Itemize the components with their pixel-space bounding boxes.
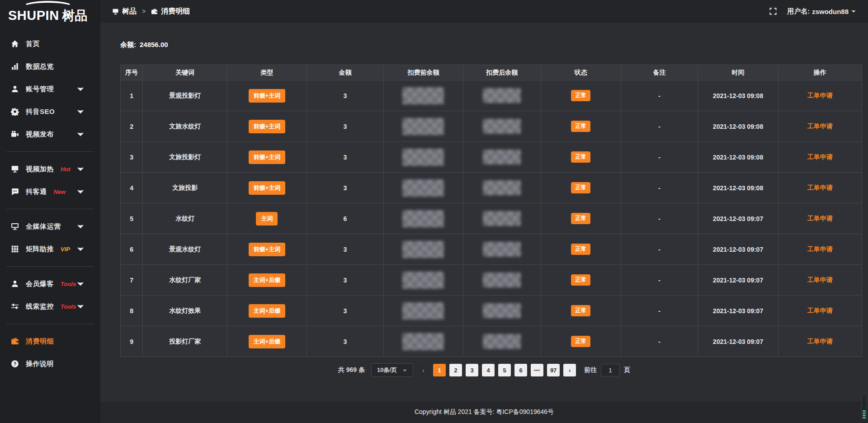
sidebar-item-视频加热[interactable]: 视频加热Hot — [0, 159, 100, 179]
copyright-text: Copyright 树品 2021 备案号: 粤ICP备09019646号 — [415, 408, 554, 416]
work-order-link[interactable]: 工单申请 — [807, 92, 833, 99]
sidebar-item-抖音SEO[interactable]: 抖音SEO — [0, 101, 100, 122]
type-badge: 前缀+主词 — [249, 120, 286, 133]
sidebar-item-线索监控[interactable]: 线索监控Tools — [0, 296, 100, 317]
sidebar-item-首页[interactable]: 首页 — [0, 33, 100, 54]
sidebar-item-账号管理[interactable]: 账号管理 — [0, 79, 100, 99]
cell-amount: 3 — [307, 296, 384, 326]
display-icon — [11, 165, 19, 173]
cell-type: 主词+后缀 — [227, 265, 307, 296]
cell-type: 前缀+主词 — [227, 234, 307, 265]
masked-balance-after — [483, 273, 521, 287]
cell-balance-after — [463, 142, 541, 173]
breadcrumb-item-消费明细[interactable]: 消费明细 — [151, 7, 190, 16]
monitor-icon — [11, 222, 19, 230]
cell-index: 8 — [121, 296, 143, 326]
page-ellipsis-button[interactable]: ••• — [531, 364, 543, 376]
page-button-6[interactable]: 6 — [514, 364, 527, 376]
sidebar-item-矩阵助推[interactable]: 矩阵助推VIP — [0, 239, 100, 259]
page-button-2[interactable]: 2 — [449, 364, 462, 376]
goto-page-input[interactable] — [601, 364, 620, 376]
cell-time: 2021-12-03 09:08 — [698, 173, 778, 203]
masked-balance-before — [402, 179, 444, 197]
cell-action: 工单申请 — [778, 111, 862, 142]
cell-keyword: 文旅投影灯 — [143, 142, 227, 173]
logo-arc-decoration — [23, 1, 73, 13]
table-header-扣费后余额: 扣费后余额 — [463, 65, 541, 80]
status-badge: 正常 — [571, 305, 590, 316]
page-button-5[interactable]: 5 — [498, 364, 511, 376]
page-button-1[interactable]: 1 — [433, 364, 446, 376]
sidebar-item-badge: New — [54, 188, 66, 195]
masked-balance-before — [402, 210, 444, 227]
page-size-select[interactable]: 10条/页 — [371, 363, 413, 377]
cell-balance-before — [384, 111, 463, 142]
sidebar-item-消费明细[interactable]: 消费明细 — [0, 331, 100, 352]
page-button-3[interactable]: 3 — [466, 364, 478, 376]
type-badge: 前缀+主词 — [249, 181, 286, 195]
masked-balance-before — [402, 333, 444, 350]
sidebar-item-badge: Tools — [61, 281, 76, 287]
masked-balance-before — [402, 272, 444, 289]
username-label: 用户名: — [787, 7, 810, 16]
user-menu[interactable]: 用户名: zswodun88 — [787, 7, 856, 16]
cell-keyword: 景观水纹灯 — [143, 234, 227, 265]
wallet-icon — [151, 8, 158, 15]
prev-page-button[interactable]: ‹ — [417, 364, 429, 376]
cell-action: 工单申请 — [778, 80, 862, 111]
work-order-link[interactable]: 工单申请 — [807, 153, 833, 160]
page-button-97[interactable]: 97 — [547, 364, 560, 376]
cell-time: 2021-12-03 09:07 — [698, 234, 778, 265]
work-order-link[interactable]: 工单申请 — [807, 276, 833, 283]
cell-balance-after — [463, 173, 541, 203]
sidebar-item-抖客通[interactable]: 抖客通New — [0, 181, 100, 202]
masked-balance-before — [402, 118, 444, 135]
cell-index: 7 — [121, 265, 143, 296]
work-order-link[interactable]: 工单申请 — [807, 338, 833, 345]
masked-balance-before — [402, 241, 444, 258]
chevron-down-icon — [76, 280, 85, 288]
table-header-row: 序号关键词类型金额扣费前余额扣费后余额状态备注时间操作 — [121, 65, 862, 80]
display-icon — [112, 8, 119, 15]
floating-widget[interactable] — [861, 394, 867, 420]
chat-icon — [11, 188, 19, 196]
cell-balance-after — [463, 80, 541, 111]
cell-remark: - — [621, 265, 698, 296]
gear-icon — [11, 108, 19, 116]
cell-remark: - — [621, 173, 698, 203]
goto-unit: 页 — [624, 366, 630, 374]
cell-amount: 3 — [307, 234, 384, 265]
footer: Copyright 树品 2021 备案号: 粤ICP备09019646号 — [100, 401, 868, 423]
chevron-down-icon — [76, 130, 85, 138]
cell-balance-after — [463, 265, 541, 296]
cell-time: 2021-12-03 09:07 — [698, 296, 778, 326]
work-order-link[interactable]: 工单申请 — [807, 215, 833, 222]
app-logo: SHUPIN 树品 — [0, 0, 100, 26]
table-row-2: 2文旅水纹灯前缀+主词3正常-2021-12-03 09:08工单申请 — [121, 111, 862, 142]
cell-remark: - — [621, 326, 698, 357]
next-page-button[interactable]: › — [563, 364, 576, 376]
sidebar-item-数据总览[interactable]: 数据总览 — [0, 56, 100, 77]
consumption-table-wrap: 序号关键词类型金额扣费前余额扣费后余额状态备注时间操作 1景观投影灯前缀+主词3… — [120, 65, 862, 357]
cell-remark: - — [621, 296, 698, 326]
sidebar-item-视频发布[interactable]: 视频发布 — [0, 124, 100, 145]
balance-label: 余额: — [120, 41, 136, 48]
fullscreen-icon[interactable] — [769, 7, 777, 15]
work-order-link[interactable]: 工单申请 — [807, 307, 833, 314]
sidebar-item-会员爆客[interactable]: 会员爆客Tools — [0, 273, 100, 294]
work-order-link[interactable]: 工单申请 — [807, 122, 833, 130]
masked-balance-after — [483, 150, 521, 164]
sidebar-item-全媒体运营[interactable]: 全媒体运营 — [0, 216, 100, 237]
breadcrumb-item-树品[interactable]: 树品 — [112, 7, 137, 16]
table-header-状态: 状态 — [541, 65, 621, 80]
cell-index: 5 — [121, 203, 143, 234]
sidebar-item-操作说明[interactable]: ?操作说明 — [0, 353, 100, 374]
sidebar-divider — [6, 151, 94, 152]
work-order-link[interactable]: 工单申请 — [807, 184, 833, 191]
page-button-4[interactable]: 4 — [482, 364, 495, 376]
table-header-备注: 备注 — [621, 65, 698, 80]
balance-value: 24856.00 — [140, 41, 168, 48]
pagination-total: 共 969 条 — [338, 366, 365, 374]
work-order-link[interactable]: 工单申请 — [807, 245, 833, 253]
chevron-down-icon — [851, 9, 856, 14]
